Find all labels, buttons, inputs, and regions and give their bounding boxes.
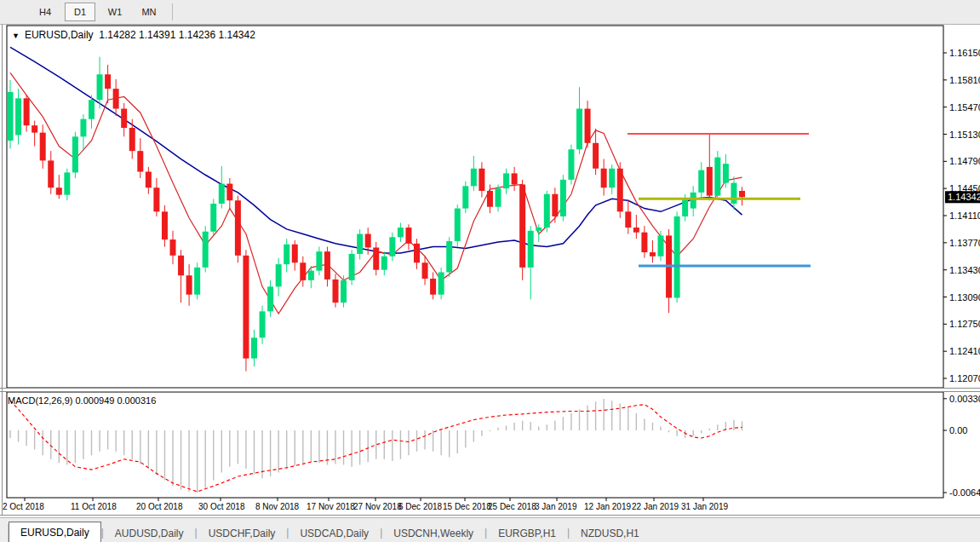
price-axis-label: 1.14790 [949,156,980,166]
candle-body [568,149,574,180]
candle-body [462,186,468,208]
candle-body [226,184,232,201]
candle-body [40,133,46,161]
timeframe-button-d1[interactable]: D1 [65,3,95,21]
price-axis-label: 1.15130 [949,130,980,140]
timeframe-button-mn[interactable]: MN [135,3,163,20]
candle-body [633,228,639,233]
candle-body [341,280,347,303]
candle-body [739,191,745,197]
toolbar-separator [172,3,173,20]
candle-body [89,100,95,118]
tab-usdcad[interactable]: USDCAD,Daily [289,524,380,542]
candle-body [24,98,30,125]
candle-body [113,89,119,108]
symbol-period-label: EURUSD,Daily [25,29,94,41]
candle-body [560,180,566,216]
candle-body [162,211,168,239]
candle-body [251,337,257,358]
symbol-tabbar: EURUSD,Daily|AUDUSD,Daily|USDCHF,Daily|U… [0,517,980,542]
tab-usdcnh[interactable]: USDCNH,Weekly [382,524,484,542]
quote-high: 1.14391 [139,29,175,41]
date-axis-label: 30 Oct 2018 [198,502,245,511]
price-axis-label: 1.12750 [949,319,980,329]
candle-body [723,164,729,182]
tabbar-stub [0,524,9,542]
candle-body [430,279,436,295]
candle-body [601,169,607,187]
candle-body [536,228,542,231]
candle-body [146,172,152,188]
chevron-down-icon[interactable]: ▼ [12,32,20,40]
current-price-badge-text: 1.14342 [948,192,980,202]
timeframe-toolbar: H4D1W1MN [0,0,980,25]
date-axis-label: 2 Oct 2018 [3,502,44,511]
candle-body [170,239,176,256]
candle-body [438,272,444,294]
candle-body [121,109,127,128]
quote-close: 1.14342 [218,29,255,41]
price-axis-label: 1.14110 [949,210,980,221]
candle-body [381,257,387,270]
timeframe-button-h4[interactable]: H4 [31,3,60,20]
main-plot-border [7,26,943,388]
candle-body [219,184,225,204]
tab-audusd[interactable]: AUDUSD,Daily [104,524,195,542]
candle-body [585,109,591,143]
candle-body [48,160,54,187]
macd-indicator-label: MACD(12,26,9) 0.000949 0.000316 [8,395,156,406]
candle-body [576,109,582,150]
price-axis-label: 1.12410 [949,346,980,356]
macd-plot-border [7,392,943,498]
candle-body [617,169,623,212]
candle-body [682,199,688,216]
candle-body [235,200,241,256]
price-axis-label: 1.13430 [949,265,980,275]
candle-body [512,173,518,184]
date-axis-label: 12 Jan 2019 [584,502,631,511]
candle-body [389,237,395,256]
date-axis-label: 17 Nov 2018 [307,502,355,511]
candle-body [210,204,216,232]
candle-body [349,254,355,280]
tab-usdchf[interactable]: USDCHF,Daily [198,524,287,542]
candle-body [398,228,404,237]
candle-body [544,194,550,228]
quote-open: 1.14282 [99,29,135,41]
candle-body [365,234,371,248]
candle-body [714,158,720,196]
candle-body [496,188,501,207]
candle-body [243,256,249,359]
date-axis-label: 27 Nov 2018 [353,502,402,511]
date-axis-label: 6 Dec 2018 [398,502,443,511]
candle-body [405,228,411,244]
tab-nzdusd[interactable]: NZDUSD,H1 [570,524,650,542]
candle-body [105,74,111,89]
candle-body [137,151,143,171]
timeframe-button-w1[interactable]: W1 [100,3,129,20]
candle-body [641,233,647,252]
candle-body [487,191,493,207]
quote-line: ▼EURUSD,Daily 1.14282 1.14391 1.14236 1.… [12,29,255,41]
candle-body [203,232,209,268]
candle-body [15,98,21,135]
candle-body [707,167,713,196]
candle-body [97,74,103,100]
candle-body [528,231,534,268]
tab-eurusd[interactable]: EURUSD,Daily [9,522,101,542]
candle-body [194,268,200,295]
date-axis-label: 11 Oct 2018 [71,502,117,511]
candle-body [284,245,289,264]
quote-low: 1.14236 [179,29,215,41]
candle-body [609,169,615,187]
candle-body [674,216,680,298]
macd-axis-label: 0.003306 [949,394,980,404]
candle-body [593,143,599,169]
candle-body [552,194,558,216]
tab-eurgbp[interactable]: EURGBP,H1 [487,524,567,542]
candle-body [292,245,298,263]
price-axis-label: 1.13090 [949,292,980,303]
candle-body [80,119,86,137]
price-chart[interactable]: 1.161501.158101.154701.151301.147901.144… [0,25,980,516]
candle-body [308,271,314,280]
